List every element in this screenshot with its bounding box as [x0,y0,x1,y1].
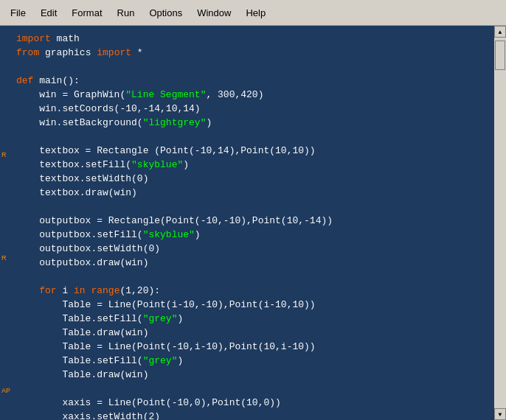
code-line [16,60,491,74]
menu-file[interactable]: File [3,4,33,21]
scroll-track[interactable] [494,38,506,408]
code-line: xaxis.setWidth(2) [16,410,491,420]
code-line [16,270,491,284]
code-line: textbox.setWidth(0) [16,172,491,186]
scroll-up-button[interactable]: ▲ [494,26,506,38]
left-margin: R R AP [0,26,10,420]
menu-format[interactable]: Format [64,4,109,21]
code-line: outputbox.setWidth(0) [16,242,491,256]
editor-wrapper: R R AP import mathfrom graphics import *… [0,26,506,420]
code-line: textbox = Rectangle (Point(-10,14),Point… [16,144,491,158]
menu-options[interactable]: Options [142,4,190,21]
code-line: textbox.draw(win) [16,186,491,200]
code-line: Table = Line(Point(-10,i-10),Point(10,i-… [16,340,491,354]
code-line: win = GraphWin("Line Segment", 300,420) [16,88,491,102]
menu-run[interactable]: Run [110,4,142,21]
code-line: Table = Line(Point(i-10,-10),Point(i-10,… [16,298,491,312]
edge-label-ap: AP [1,387,10,394]
scrollbar[interactable]: ▲ ▼ [494,26,506,420]
menu-edit[interactable]: Edit [33,4,64,21]
code-line: Table.setFill("grey") [16,312,491,326]
code-line [16,382,491,396]
code-line: outputbox.draw(win) [16,256,491,270]
scroll-down-button[interactable]: ▼ [494,408,506,420]
menubar: File Edit Format Run Options Window Help [0,0,506,26]
code-line: textbox.setFill("skyblue") [16,158,491,172]
menu-help[interactable]: Help [238,4,273,21]
menu-window[interactable]: Window [190,4,238,21]
code-line: def main(): [16,74,491,88]
code-line [16,130,491,144]
code-line: for i in range(1,20): [16,284,491,298]
code-line: from graphics import * [16,46,491,60]
code-line: win.setBackground("lightgrey") [16,116,491,130]
code-line: Table.setFill("grey") [16,354,491,368]
scroll-thumb[interactable] [495,41,505,70]
code-line: win.setCoords(-10,-14,10,14) [16,102,491,116]
code-line: Table.draw(win) [16,368,491,382]
code-line: import math [16,32,491,46]
code-line: outputbox.setFill("skyblue") [16,228,491,242]
code-line [16,200,491,214]
code-line: Table.draw(win) [16,326,491,340]
code-editor[interactable]: import mathfrom graphics import * def ma… [10,26,494,420]
code-line: outputbox = Rectangle(Point(-10,-10),Poi… [16,214,491,228]
edge-label-r1: R [1,151,7,158]
code-line: xaxis = Line(Point(-10,0),Point(10,0)) [16,396,491,410]
edge-label-r2: R [1,254,7,262]
